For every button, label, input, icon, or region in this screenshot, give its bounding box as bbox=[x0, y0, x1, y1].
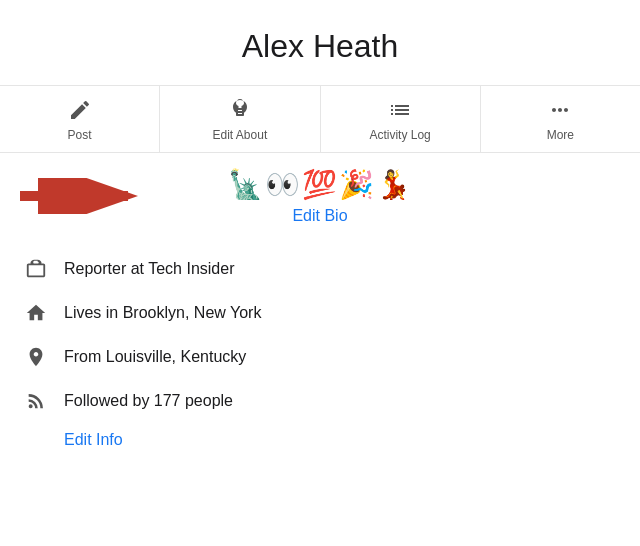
edit-bio-button[interactable]: Edit Bio bbox=[292, 207, 347, 225]
followers-info-text: Followed by 177 people bbox=[64, 392, 233, 410]
profile-name: Alex Heath bbox=[0, 0, 640, 85]
lives-info-text: Lives in Brooklyn, New York bbox=[64, 304, 261, 322]
edit-about-label: Edit About bbox=[213, 128, 268, 142]
bio-emojis: 🗽👀💯🎉💃 bbox=[228, 171, 413, 199]
from-info-text: From Louisville, Kentucky bbox=[64, 348, 246, 366]
edit-info-button[interactable]: Edit Info bbox=[24, 423, 616, 457]
activity-log-button[interactable]: Activity Log bbox=[321, 86, 481, 152]
list-item: From Louisville, Kentucky bbox=[24, 335, 616, 379]
edit-about-button[interactable]: Edit About bbox=[160, 86, 320, 152]
action-bar: Post Edit About Activity Log More bbox=[0, 85, 640, 153]
list-item: Reporter at Tech Insider bbox=[24, 247, 616, 291]
post-label: Post bbox=[68, 128, 92, 142]
red-arrow-icon bbox=[20, 178, 140, 214]
info-section: Reporter at Tech Insider Lives in Brookl… bbox=[0, 239, 640, 465]
more-label: More bbox=[547, 128, 574, 142]
edit-about-icon bbox=[226, 96, 254, 124]
home-icon bbox=[24, 301, 48, 325]
post-button[interactable]: Post bbox=[0, 86, 160, 152]
more-button[interactable]: More bbox=[481, 86, 640, 152]
arrow-container bbox=[20, 178, 140, 214]
location-icon bbox=[24, 345, 48, 369]
list-item: Lives in Brooklyn, New York bbox=[24, 291, 616, 335]
activity-log-label: Activity Log bbox=[369, 128, 430, 142]
activity-log-icon bbox=[386, 96, 414, 124]
list-item: Followed by 177 people bbox=[24, 379, 616, 423]
briefcase-icon bbox=[24, 257, 48, 281]
work-info-text: Reporter at Tech Insider bbox=[64, 260, 234, 278]
rss-icon bbox=[24, 389, 48, 413]
more-icon bbox=[546, 96, 574, 124]
post-icon bbox=[66, 96, 94, 124]
bio-section: 🗽👀💯🎉💃 Edit Bio bbox=[0, 153, 640, 239]
